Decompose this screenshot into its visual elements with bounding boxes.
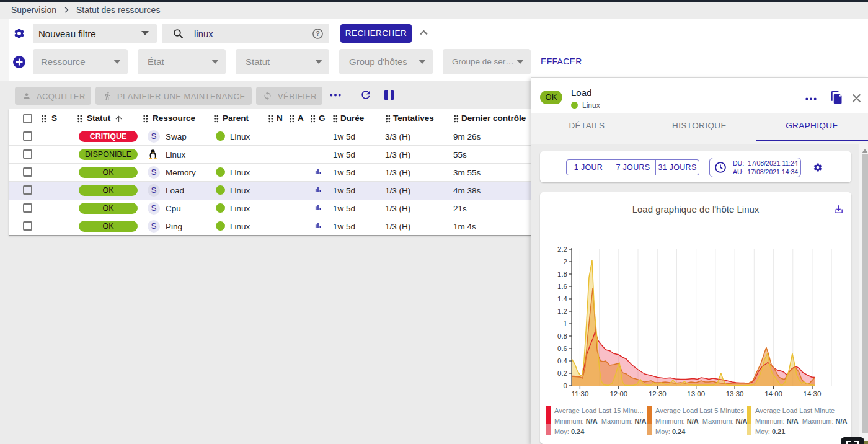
svg-text:1: 1 (564, 320, 567, 327)
svg-text:0.2: 0.2 (557, 370, 567, 377)
svg-text:2.2: 2.2 (557, 246, 567, 253)
svg-text:12:00: 12:00 (609, 390, 627, 397)
svg-text:0: 0 (564, 382, 567, 389)
svg-text:1.8: 1.8 (557, 270, 567, 278)
svg-text:1.2: 1.2 (557, 308, 567, 315)
svg-text:?: ? (316, 30, 320, 37)
svg-text:13:30: 13:30 (726, 390, 744, 397)
svg-text:0.8: 0.8 (557, 332, 567, 340)
svg-text:14:30: 14:30 (804, 390, 822, 397)
svg-text:14:00: 14:00 (764, 390, 782, 397)
svg-text:1.6: 1.6 (557, 283, 567, 290)
svg-text:13:00: 13:00 (687, 390, 705, 397)
svg-text:0.6: 0.6 (557, 345, 567, 352)
svg-text:0.4: 0.4 (557, 357, 568, 365)
svg-text:2: 2 (564, 258, 567, 265)
svg-text:12:30: 12:30 (649, 390, 666, 397)
svg-text:11:30: 11:30 (571, 390, 588, 397)
svg-text:1.4: 1.4 (557, 295, 568, 303)
